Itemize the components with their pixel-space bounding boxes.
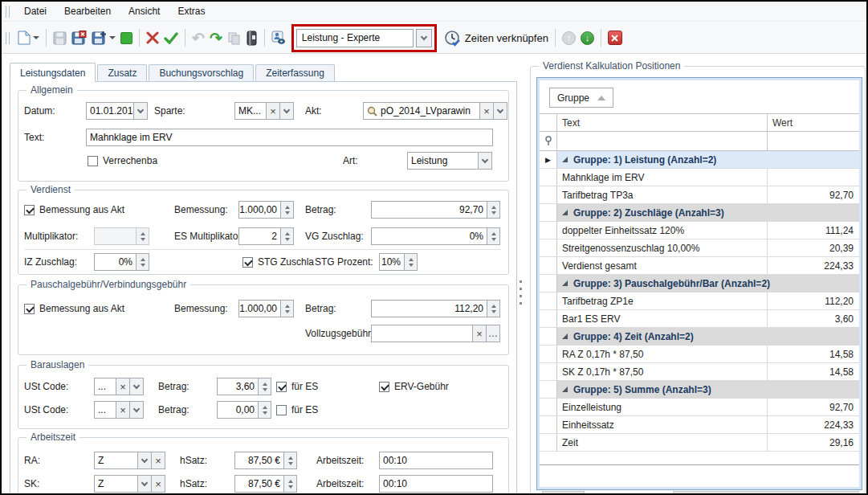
menu-ansicht[interactable]: Ansicht bbox=[120, 3, 169, 19]
move-up-button[interactable]: ↑ bbox=[560, 27, 578, 48]
art-dropdown-button[interactable] bbox=[478, 152, 492, 170]
cell-wert[interactable]: 29,16 bbox=[768, 434, 859, 451]
redo-button[interactable]: ↷ bbox=[207, 27, 225, 48]
cell-wert[interactable]: 20,39 bbox=[768, 239, 859, 256]
bemessung-aus-akt-checkbox[interactable]: Bemessung aus Akt bbox=[24, 203, 124, 216]
ust-code-value[interactable]: ... bbox=[94, 378, 116, 395]
art-field[interactable]: Leistung bbox=[407, 152, 492, 170]
menu-extras[interactable]: Extras bbox=[169, 3, 214, 19]
ust-code-clear-button[interactable] bbox=[116, 378, 130, 395]
pauschal-bemessung-field[interactable]: 1.000,00 bbox=[238, 300, 294, 317]
delete-button[interactable] bbox=[144, 27, 161, 48]
save-new-dropdown-arrow[interactable] bbox=[109, 36, 116, 39]
grid-data-row[interactable]: Zeit29,16 bbox=[540, 434, 859, 452]
bemessung-spinner[interactable] bbox=[280, 201, 294, 219]
grid-group-row[interactable]: Gruppe: 2) Zuschläge (Anzahl=3) bbox=[540, 204, 859, 222]
grid-data-row[interactable]: Tarifbetrag TP3a92,70 bbox=[540, 186, 859, 204]
grid-data-row[interactable]: Mahnklage im ERV bbox=[540, 169, 859, 186]
tab-zusatz[interactable]: Zusatz bbox=[97, 64, 147, 81]
sk-hsatz-spinner[interactable] bbox=[283, 475, 297, 493]
ra-code-value[interactable]: Z bbox=[94, 452, 138, 469]
undo-button[interactable]: ↶ bbox=[189, 27, 207, 48]
datum-value[interactable]: 01.01.2014 bbox=[86, 102, 134, 120]
cell-wert[interactable]: 3,60 bbox=[768, 310, 859, 327]
save-button[interactable] bbox=[51, 27, 69, 48]
move-down-button[interactable]: ↓ bbox=[578, 27, 597, 48]
collapse-group-icon[interactable] bbox=[562, 333, 568, 339]
grid-data-row[interactable]: Einheitssatz224,33 bbox=[540, 416, 859, 434]
grid-filter-row[interactable] bbox=[540, 132, 859, 151]
bar-betrag-spinner[interactable] bbox=[258, 378, 271, 395]
grid-data-row[interactable]: Tarifbetrag ZP1e112,20 bbox=[540, 292, 859, 310]
grid-group-row[interactable]: ▶Gruppe: 1) Leistung (Anzahl=2) bbox=[540, 151, 859, 169]
cell-text[interactable]: Tarifbetrag ZP1e bbox=[557, 292, 768, 309]
cell-wert[interactable] bbox=[768, 169, 859, 186]
datum-field[interactable]: 01.01.2014 bbox=[86, 102, 148, 120]
cell-wert[interactable]: 92,70 bbox=[768, 399, 859, 415]
vg-zuschlag-spinner[interactable] bbox=[487, 227, 500, 245]
stg-prozent-value[interactable]: 10% bbox=[379, 253, 405, 271]
sk-hsatz-value[interactable]: 87,50 € bbox=[234, 475, 284, 493]
akt-clear-button[interactable] bbox=[479, 102, 494, 120]
ra-code-clear-button[interactable] bbox=[151, 452, 165, 469]
new-document-button[interactable] bbox=[15, 27, 42, 48]
collapse-group-icon[interactable] bbox=[562, 280, 568, 286]
filter-wert-cell[interactable] bbox=[768, 132, 859, 150]
group-by-gruppe-button[interactable]: Gruppe bbox=[549, 88, 613, 108]
es-multiplikator-field[interactable]: 2 bbox=[238, 227, 294, 245]
pauschal-betrag-spinner[interactable] bbox=[487, 300, 500, 317]
mode-combobox-dropdown-button[interactable] bbox=[416, 29, 432, 47]
pauschal-bemessung-value[interactable]: 1.000,00 bbox=[238, 300, 281, 317]
cell-text[interactable]: Streitgenossenzuschlag 10,00% bbox=[557, 239, 768, 256]
bar-betrag-value-2[interactable]: 0,00 bbox=[217, 401, 259, 419]
text-field[interactable]: Mahnklage im ERV bbox=[86, 129, 493, 146]
form-mode-button[interactable] bbox=[269, 27, 288, 48]
grid-group-row[interactable]: Gruppe: 3) Pauschalgebühr/Bar (Anzahl=2) bbox=[540, 275, 859, 292]
ra-code-dropdown-button[interactable] bbox=[137, 452, 152, 469]
vollzugsgebuehr-clear-button[interactable] bbox=[472, 325, 487, 342]
fuer-es-checkbox[interactable]: für ES bbox=[276, 380, 318, 393]
vg-zuschlag-field[interactable]: 0% bbox=[371, 227, 500, 245]
grid-data-row[interactable]: RA Z 0,17h * 87,5014,58 bbox=[540, 346, 859, 363]
column-header-text[interactable]: Text bbox=[557, 114, 768, 131]
sk-code-dropdown-button[interactable] bbox=[137, 475, 152, 493]
stg-prozent-field[interactable]: 10% bbox=[379, 253, 418, 271]
scrollbar-fragment[interactable] bbox=[673, 491, 859, 495]
menu-bearbeiten[interactable]: Bearbeiten bbox=[55, 3, 120, 19]
betrag-value[interactable]: 92,70 bbox=[371, 201, 487, 219]
column-header-wert[interactable]: Wert bbox=[768, 114, 859, 131]
mode-combobox-value[interactable]: Leistung - Experte bbox=[296, 29, 414, 47]
cell-text[interactable]: doppelter Einheitssatz 120% bbox=[557, 222, 768, 239]
bemessung-field[interactable]: 1.000,00 bbox=[238, 201, 294, 219]
grid-data-row[interactable]: Streitgenossenzuschlag 10,00%20,39 bbox=[540, 239, 859, 257]
pauschal-betrag-value[interactable]: 112,20 bbox=[371, 300, 487, 317]
cell-wert[interactable]: 112,20 bbox=[768, 292, 859, 309]
grid-data-row[interactable]: Einzelleistung92,70 bbox=[540, 399, 859, 416]
grid-data-row[interactable]: Bar1 ES ERV3,60 bbox=[540, 310, 859, 328]
grid-group-row[interactable]: Gruppe: 5) Summe (Anzahl=3) bbox=[540, 381, 859, 399]
ust-code-dropdown-button-2[interactable] bbox=[129, 401, 144, 419]
copy-button[interactable] bbox=[225, 27, 243, 48]
cell-text[interactable]: Bar1 ES ERV bbox=[557, 310, 768, 327]
cell-wert[interactable]: 111,24 bbox=[768, 222, 859, 239]
green-square-button[interactable] bbox=[118, 27, 135, 48]
ra-hsatz-value[interactable]: 87,50 € bbox=[234, 452, 284, 469]
archive-button[interactable] bbox=[243, 27, 260, 48]
bar-betrag-value[interactable]: 3,60 bbox=[217, 378, 259, 395]
pauschal-bemessung-aus-akt-checkbox[interactable]: Bemessung aus Akt bbox=[24, 302, 124, 315]
akt-dropdown-button[interactable] bbox=[493, 102, 507, 120]
stg-prozent-spinner[interactable] bbox=[404, 253, 418, 271]
cell-text[interactable]: Zeit bbox=[557, 434, 768, 451]
bemessung-value[interactable]: 1.000,00 bbox=[238, 201, 281, 219]
sk-hsatz-field[interactable]: 87,50 € bbox=[234, 475, 297, 493]
pauschal-bemessung-spinner[interactable] bbox=[280, 300, 294, 317]
link-times-button[interactable]: Zeiten verknüpfen bbox=[442, 27, 551, 48]
ra-arbeitszeit-field[interactable]: 00:10 bbox=[379, 452, 493, 469]
panel-splitter[interactable] bbox=[520, 280, 522, 305]
ra-hsatz-field[interactable]: 87,50 € bbox=[234, 452, 297, 469]
verrechenbar-checkbox[interactable]: Verrechenba bbox=[88, 154, 157, 167]
cell-text[interactable]: Mahnklage im ERV bbox=[557, 169, 768, 186]
ra-code-field[interactable]: Z bbox=[94, 452, 165, 469]
tab-zeiterfassung[interactable]: Zeiterfassung bbox=[255, 64, 335, 81]
sk-code-field[interactable]: Z bbox=[94, 475, 165, 493]
